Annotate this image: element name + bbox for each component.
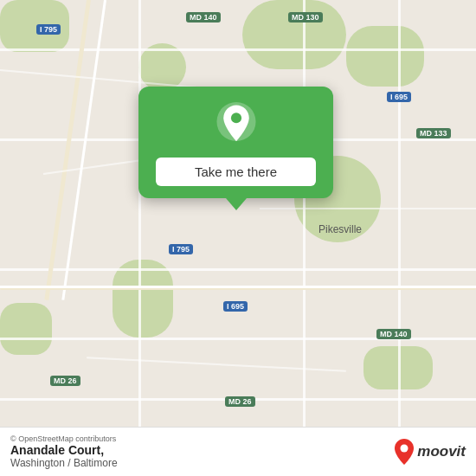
svg-point-2 xyxy=(401,445,408,453)
road xyxy=(0,268,476,271)
road xyxy=(260,208,476,209)
take-me-there-button[interactable]: Take me there xyxy=(156,158,316,186)
green-area xyxy=(346,26,424,87)
highway xyxy=(0,286,476,288)
highway-label-i795-mid: I 795 xyxy=(169,244,193,254)
osm-credit: © OpenStreetMap contributors xyxy=(10,434,118,443)
highway-label-i795-top: I 795 xyxy=(36,24,61,35)
green-area xyxy=(0,303,52,355)
moovit-text: moovit xyxy=(417,443,466,460)
highway-label-md130: MD 130 xyxy=(288,12,323,23)
location-pin-icon xyxy=(214,102,259,147)
location-city: Washington / Baltimore xyxy=(10,457,118,469)
location-name: Anandale Court, xyxy=(10,443,118,457)
road xyxy=(398,0,401,433)
city-label-pikesville: Pikesville xyxy=(318,223,362,235)
highway-label-md26-right: MD 26 xyxy=(225,396,255,407)
road xyxy=(138,0,141,433)
moovit-pin-icon xyxy=(395,439,414,465)
highway-label-i695-top: I 695 xyxy=(387,92,411,102)
green-area xyxy=(113,260,173,338)
moovit-logo: moovit xyxy=(395,439,466,465)
svg-point-1 xyxy=(230,113,241,123)
highway-label-md26-left: MD 26 xyxy=(50,376,80,386)
highway-label-md133: MD 133 xyxy=(416,128,451,138)
map-container: I 795 MD 140 MD 130 MD 140 I 695 MD 133 … xyxy=(0,0,476,476)
popup-card: Take me there xyxy=(138,87,333,198)
highway-label-i695-mid: I 695 xyxy=(223,301,248,312)
highway-label-md140-bottom: MD 140 xyxy=(376,329,411,339)
location-info: © OpenStreetMap contributors Anandale Co… xyxy=(10,434,118,469)
road xyxy=(0,48,476,51)
bottom-bar: © OpenStreetMap contributors Anandale Co… xyxy=(0,427,476,476)
highway-label-md140-top: MD 140 xyxy=(186,12,221,23)
green-area xyxy=(242,0,346,69)
